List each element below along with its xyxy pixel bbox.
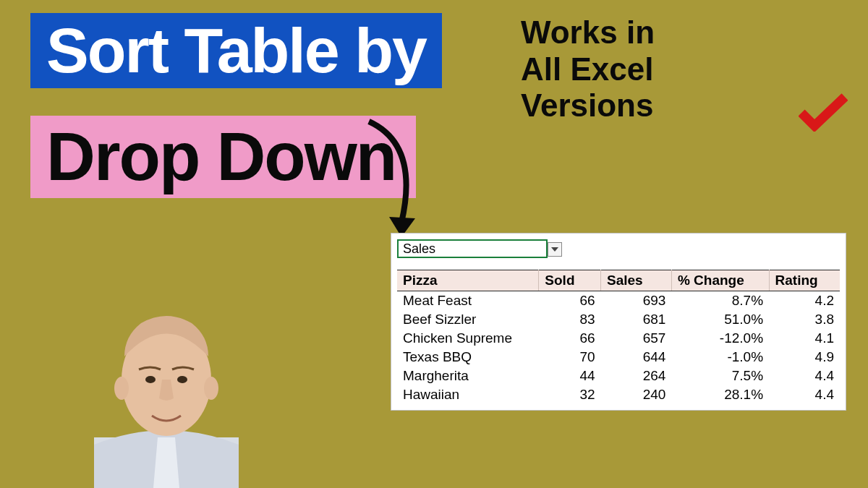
dropdown-button[interactable]	[548, 242, 562, 257]
cell-sold: 66	[539, 329, 601, 348]
cell-sales: 264	[601, 367, 672, 385]
cell-change: -1.0%	[671, 348, 769, 367]
cell-sold: 32	[539, 385, 601, 404]
dropdown-selected-value: Sales	[403, 241, 435, 257]
cell-sold: 44	[539, 367, 601, 385]
cell-sales: 693	[601, 291, 672, 311]
table-row: Meat Feast 66 693 8.7% 4.2	[397, 291, 840, 311]
cell-pizza: Margherita	[397, 367, 539, 385]
tagline-text: Works in All Excel Versions	[521, 14, 825, 124]
tagline-line1: Works in	[521, 14, 825, 51]
cell-rating: 4.4	[769, 367, 840, 385]
col-rating: Rating	[769, 270, 840, 291]
col-pizza: Pizza	[397, 270, 539, 291]
cell-sales: 657	[601, 329, 672, 348]
cell-change: -12.0%	[671, 329, 769, 348]
cell-pizza: Beef Sizzler	[397, 310, 539, 329]
cell-change: 28.1%	[671, 385, 769, 404]
cell-rating: 4.1	[769, 329, 840, 348]
cell-rating: 4.4	[769, 385, 840, 404]
table-row: Hawaiian 32 240 28.1% 4.4	[397, 385, 840, 404]
cell-sold: 83	[539, 310, 601, 329]
cell-sold: 70	[539, 348, 601, 367]
cell-pizza: Texas BBQ	[397, 348, 539, 367]
cell-change: 51.0%	[671, 310, 769, 329]
table-header-row: Pizza Sold Sales % Change Rating	[397, 270, 840, 291]
tagline-line3: Versions	[521, 87, 825, 124]
cell-rating: 4.9	[769, 348, 840, 367]
presenter-photo	[72, 271, 260, 488]
table-row: Beef Sizzler 83 681 51.0% 3.8	[397, 310, 840, 329]
col-change: % Change	[671, 270, 769, 291]
tagline-line2: All Excel	[521, 51, 825, 88]
cell-sold: 66	[539, 291, 601, 311]
table-row: Texas BBQ 70 644 -1.0% 4.9	[397, 348, 840, 367]
cell-rating: 3.8	[769, 310, 840, 329]
cell-sales: 644	[601, 348, 672, 367]
table-row: Margherita 44 264 7.5% 4.4	[397, 367, 840, 385]
cell-sales: 240	[601, 385, 672, 404]
table-row: Chicken Supreme 66 657 -12.0% 4.1	[397, 329, 840, 348]
arrow-icon	[354, 116, 441, 246]
svg-point-4	[114, 377, 129, 400]
svg-point-3	[177, 376, 187, 383]
cell-change: 7.5%	[671, 367, 769, 385]
cell-pizza: Hawaiian	[397, 385, 539, 404]
cell-change: 8.7%	[671, 291, 769, 311]
svg-point-2	[145, 376, 156, 383]
pizza-table: Pizza Sold Sales % Change Rating Meat Fe…	[397, 270, 840, 404]
cell-pizza: Chicken Supreme	[397, 329, 539, 348]
cell-pizza: Meat Feast	[397, 291, 539, 311]
col-sold: Sold	[539, 270, 601, 291]
cell-rating: 4.2	[769, 291, 840, 311]
col-sales: Sales	[601, 270, 672, 291]
chevron-down-icon	[551, 247, 558, 252]
cell-sales: 681	[601, 310, 672, 329]
sort-dropdown[interactable]: Sales	[397, 239, 548, 258]
check-icon	[799, 93, 848, 132]
excel-panel: Sales Pizza Sold Sales % Change Rating M…	[391, 233, 846, 411]
title-line-1: Sort Table by	[30, 13, 442, 88]
svg-point-5	[204, 377, 218, 400]
